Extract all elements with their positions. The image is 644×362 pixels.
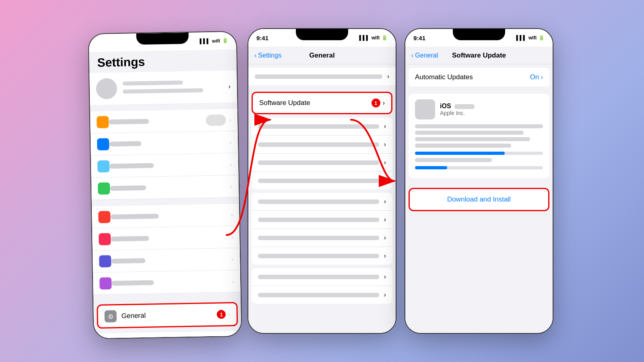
top-row-bar [255, 74, 382, 79]
item-label2 [109, 141, 141, 146]
list-row3[interactable]: › [252, 154, 392, 172]
nav-title-3: Software Update [452, 51, 506, 60]
nav-bar-2: ‹ Settings General [248, 47, 396, 64]
item-label [109, 119, 149, 125]
list-row7[interactable]: › [252, 229, 392, 247]
row-chevron9: › [384, 273, 386, 280]
chevron6: › [231, 234, 233, 240]
item-text2 [109, 140, 229, 146]
row-bar7 [258, 236, 379, 240]
download-install-label: Download and Install [447, 195, 511, 203]
ios-info: iOS Apple Inc. [440, 103, 475, 116]
desc-lines2 [415, 158, 543, 162]
toggle[interactable] [206, 114, 226, 126]
settings-item-blue1[interactable]: › [91, 131, 238, 156]
notch3 [453, 29, 505, 40]
row-chevron2: › [384, 141, 386, 148]
item-label4 [110, 185, 146, 191]
back-btn-2[interactable]: ‹ Settings [254, 52, 281, 59]
item-label3 [109, 163, 154, 169]
settings-item-red1[interactable]: › [92, 204, 239, 228]
progress-bar1-fill [415, 152, 505, 155]
row-chevron3: › [384, 159, 386, 166]
su-row-inner: Software Update 1 › [253, 93, 391, 113]
profile-line1 [122, 80, 183, 86]
battery-icon: 🔋 [382, 35, 388, 41]
profile-line2 [123, 88, 203, 93]
back-label-3: General [415, 52, 438, 59]
list-row5[interactable]: › [252, 193, 392, 211]
software-update-row[interactable]: Software Update 1 › [252, 92, 392, 114]
download-install-btn[interactable]: Download and Install [409, 188, 549, 211]
status-icons-3: ▌▌▌ wifi 🔋 [516, 35, 545, 41]
desc-line5 [415, 158, 492, 162]
row-bar8 [258, 254, 379, 258]
ios-version-bar [454, 104, 475, 109]
list-row6[interactable]: › [252, 211, 392, 229]
auto-updates-value: On › [530, 73, 543, 81]
general-item[interactable]: ⚙ General 1 › [97, 302, 238, 329]
list-row1[interactable]: › [252, 117, 392, 136]
list-row4[interactable]: › [252, 172, 392, 189]
status-icons-2: ▌▌▌ wifi 🔋 [359, 35, 388, 41]
back-label-2: Settings [258, 52, 281, 59]
ios-company: Apple Inc. [440, 110, 475, 116]
row-chevron7: › [384, 234, 386, 241]
list-row8[interactable]: › [252, 247, 392, 265]
list-row9[interactable]: › [252, 268, 392, 286]
wifi-icon3: wifi [528, 35, 537, 41]
list-row10[interactable]: › [252, 286, 392, 304]
phone2-content: › Software Update 1 › › [248, 64, 396, 334]
nav-title-2: General [309, 51, 334, 60]
general-top-row[interactable]: › [248, 68, 396, 85]
chevron5: › [231, 212, 233, 218]
extra-icon1 [101, 338, 113, 338]
phone3-software-update: 9:41 ▌▌▌ wifi 🔋 ‹ General Software Updat… [405, 28, 553, 334]
settings-item-purple1[interactable]: › [93, 248, 240, 273]
list-row2[interactable]: › [252, 136, 392, 154]
phone1-content: Settings › › [89, 49, 241, 338]
general-label-container: General [121, 311, 217, 320]
settings-item-green[interactable]: › [91, 175, 239, 200]
auto-updates-on: On [530, 73, 539, 81]
time2: 9:41 [256, 35, 268, 41]
settings-item-purple2[interactable]: › [93, 270, 241, 295]
row-chevron6: › [384, 216, 386, 223]
blue1-icon [97, 138, 109, 150]
row-bar6 [258, 218, 379, 222]
row-chevron5: › [384, 198, 386, 205]
chevron3: › [230, 161, 232, 167]
general-label: General [121, 312, 146, 320]
settings-title: Settings [89, 49, 237, 73]
item-text [109, 118, 206, 124]
row-bar5 [258, 200, 379, 204]
chevron: › [229, 117, 231, 123]
signal-icon: ▌▌▌ [359, 35, 369, 41]
chevron2: › [229, 139, 231, 145]
profile-lines [122, 80, 228, 95]
purple1-icon [99, 255, 111, 267]
row-chevron4: › [384, 177, 386, 184]
settings-item-blue2[interactable]: › [91, 153, 239, 178]
auto-updates-row[interactable]: Automatic Updates On › [409, 68, 549, 87]
signal-icon3: ▌▌▌ [516, 35, 526, 41]
nav-bar-3: ‹ General Software Update [405, 47, 553, 64]
green-icon [98, 182, 110, 195]
notch1 [136, 33, 188, 45]
item-label6 [111, 236, 149, 242]
row-bar4 [258, 179, 379, 183]
desc-line3 [415, 137, 530, 141]
auto-updates-chevron: › [541, 73, 543, 81]
su-chevron: › [383, 99, 385, 107]
wifi-icon: wifi [372, 35, 380, 41]
row-chevron10: › [384, 291, 386, 298]
blue2-icon [97, 160, 110, 173]
ios-version: iOS [440, 103, 475, 110]
purple2-icon [99, 277, 112, 290]
notch2 [296, 29, 348, 40]
settings-item-red2[interactable]: › [92, 226, 240, 251]
back-btn-3[interactable]: ‹ General [411, 52, 438, 59]
settings-item-orange[interactable]: › [90, 109, 238, 134]
su-badge: 1 [372, 99, 380, 107]
extra-item1[interactable]: › [94, 331, 241, 338]
